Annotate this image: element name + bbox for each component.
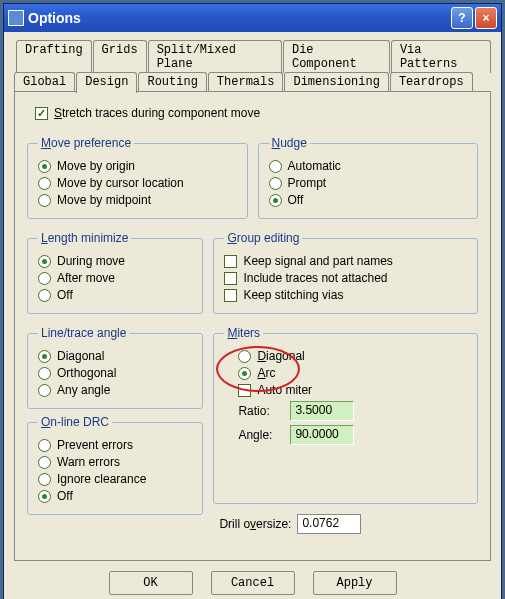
radio-miters-arc[interactable]: Arc — [238, 366, 467, 380]
chk-keep-signal-names[interactable]: ✓Keep signal and part names — [224, 254, 467, 268]
drill-oversize-input[interactable]: 0.0762 — [297, 514, 361, 534]
ratio-label: Ratio: — [238, 404, 282, 418]
tab-routing[interactable]: Routing — [138, 72, 206, 91]
chk-auto-miter[interactable]: ✓Auto miter — [238, 383, 467, 397]
radio-move-by-origin[interactable]: Move by origin — [38, 159, 237, 173]
radio-drc-ignore[interactable]: Ignore clearance — [38, 472, 192, 486]
move-preference-group: Move preference Move by origin Move by c… — [27, 136, 248, 219]
titlebar: Options ? × — [4, 4, 501, 32]
app-icon — [8, 10, 24, 26]
radio-len-after[interactable]: After move — [38, 271, 192, 285]
close-button[interactable]: × — [475, 7, 497, 29]
button-bar: OK Cancel Apply — [14, 561, 491, 599]
radio-nudge-automatic[interactable]: Automatic — [269, 159, 468, 173]
length-minimize-legend: Length minimize — [38, 231, 131, 245]
radio-len-during[interactable]: During move — [38, 254, 192, 268]
tab-global[interactable]: Global — [14, 72, 75, 91]
angle-input[interactable]: 90.0000 — [290, 425, 354, 445]
line-trace-angle-legend: Line/trace angle — [38, 326, 129, 340]
ok-button[interactable]: OK — [109, 571, 193, 595]
tabs: Drafting Grids Split/Mixed Plane Die Com… — [14, 40, 491, 561]
tab-via-patterns[interactable]: Via Patterns — [391, 40, 491, 73]
tab-teardrops[interactable]: Teardrops — [390, 72, 473, 91]
tab-split-mixed-plane[interactable]: Split/Mixed Plane — [148, 40, 282, 73]
line-trace-angle-group: Line/trace angle Diagonal Orthogonal Any… — [27, 326, 203, 409]
apply-button[interactable]: Apply — [313, 571, 397, 595]
miters-group: Miters Diagonal Arc ✓Auto miter Ratio: 3… — [213, 326, 478, 504]
tab-die-component[interactable]: Die Component — [283, 40, 390, 73]
cancel-button[interactable]: Cancel — [211, 571, 295, 595]
options-window: Options ? × Drafting Grids Split/Mixed P… — [3, 3, 502, 599]
help-button[interactable]: ? — [451, 7, 473, 29]
online-drc-legend: On-line DRC — [38, 415, 112, 429]
online-drc-group: On-line DRC Prevent errors Warn errors I… — [27, 415, 203, 515]
radio-angle-orthogonal[interactable]: Orthogonal — [38, 366, 192, 380]
miters-legend: Miters — [224, 326, 263, 340]
radio-miters-diagonal[interactable]: Diagonal — [238, 349, 467, 363]
radio-drc-off[interactable]: Off — [38, 489, 192, 503]
ratio-input[interactable]: 3.5000 — [290, 401, 354, 421]
group-editing-group: Group editing ✓Keep signal and part name… — [213, 231, 478, 314]
radio-nudge-prompt[interactable]: Prompt — [269, 176, 468, 190]
window-title: Options — [28, 10, 451, 26]
check-icon: ✓ — [35, 107, 48, 120]
length-minimize-group: Length minimize During move After move O… — [27, 231, 203, 314]
angle-label: Angle: — [238, 428, 282, 442]
tab-drafting[interactable]: Drafting — [16, 40, 92, 73]
chk-keep-stitching-vias[interactable]: ✓Keep stitching vias — [224, 288, 467, 302]
radio-move-by-cursor[interactable]: Move by cursor location — [38, 176, 237, 190]
drill-oversize-label: Drill oversize: — [219, 517, 291, 531]
tab-design[interactable]: Design — [76, 72, 137, 93]
nudge-group: Nudge Automatic Prompt Off — [258, 136, 479, 219]
tab-thermals[interactable]: Thermals — [208, 72, 284, 91]
radio-angle-diagonal[interactable]: Diagonal — [38, 349, 192, 363]
tab-grids[interactable]: Grids — [93, 40, 147, 73]
group-editing-legend: Group editing — [224, 231, 302, 245]
move-preference-legend: Move preference — [38, 136, 134, 150]
radio-move-by-midpoint[interactable]: Move by midpoint — [38, 193, 237, 207]
radio-nudge-off[interactable]: Off — [269, 193, 468, 207]
radio-angle-any[interactable]: Any angle — [38, 383, 192, 397]
radio-drc-prevent[interactable]: Prevent errors — [38, 438, 192, 452]
nudge-legend: Nudge — [269, 136, 310, 150]
tab-dimensioning[interactable]: Dimensioning — [284, 72, 388, 91]
radio-len-off[interactable]: Off — [38, 288, 192, 302]
radio-drc-warn[interactable]: Warn errors — [38, 455, 192, 469]
stretch-traces-checkbox[interactable]: ✓ Stretch traces during component move — [35, 106, 478, 120]
chk-include-traces[interactable]: ✓Include traces not attached — [224, 271, 467, 285]
tab-panel-design: ✓ Stretch traces during component move M… — [14, 91, 491, 561]
